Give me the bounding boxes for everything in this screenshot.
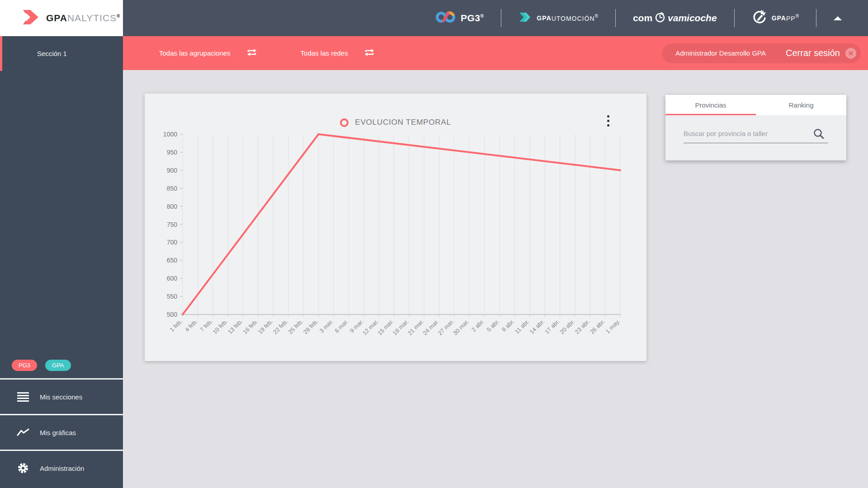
chart-kebab-menu-icon[interactable] bbox=[605, 113, 611, 128]
header-divider bbox=[501, 9, 501, 27]
panel-search-area bbox=[665, 115, 846, 160]
gpautomocion-logo-text: GPAUTOMOCIÓN® bbox=[537, 14, 598, 22]
gear-icon bbox=[16, 462, 30, 474]
svg-text:3 mar.: 3 mar. bbox=[318, 318, 335, 334]
svg-text:21 mar.: 21 mar. bbox=[406, 318, 425, 337]
svg-text:30 mar.: 30 mar. bbox=[452, 318, 470, 337]
stopwatch-icon bbox=[654, 11, 666, 25]
svg-text:23 abr.: 23 abr. bbox=[574, 318, 591, 336]
sidebar-item-mis-graficas[interactable]: Mis gráficas bbox=[0, 414, 123, 450]
svg-text:600: 600 bbox=[167, 275, 178, 282]
sidebar: GPANALYTICS® Sección 1 PG3 GPA Mis secci… bbox=[0, 0, 123, 488]
sidebar-item-mis-secciones[interactable]: Mis secciones bbox=[0, 378, 123, 414]
filter-agrupaciones-button[interactable]: Todas las agrupaciones bbox=[159, 47, 258, 59]
sidebar-badges: PG3 GPA bbox=[12, 360, 71, 371]
user-session-pill: Administrador Desarrollo GPA Cerrar sesi… bbox=[662, 43, 861, 63]
sidebar-menu: Mis secciones Mis gráficas Administració… bbox=[0, 378, 123, 485]
svg-text:14 abr.: 14 abr. bbox=[528, 318, 546, 336]
swap-arrows-icon bbox=[246, 47, 258, 59]
comprovamicoche-logo: com vamicoche bbox=[633, 11, 717, 25]
svg-text:12 mar.: 12 mar. bbox=[361, 318, 380, 337]
svg-text:1000: 1000 bbox=[163, 131, 177, 138]
provinces-panel: Provincias Ranking bbox=[665, 95, 846, 160]
search-icon[interactable] bbox=[813, 128, 825, 141]
svg-text:6 mar.: 6 mar. bbox=[333, 318, 349, 334]
menu-item-label: Mis gráficas bbox=[40, 429, 76, 436]
svg-text:15 mar.: 15 mar. bbox=[376, 318, 395, 337]
menu-item-label: Mis secciones bbox=[40, 393, 82, 401]
svg-text:800: 800 bbox=[167, 203, 178, 210]
logout-button[interactable]: Cerrar sesión bbox=[786, 48, 856, 59]
gpanalytics-logo-text: GPANALYTICS® bbox=[46, 13, 120, 23]
header-divider bbox=[816, 9, 816, 27]
page: { "header": { "logos": [ {"name": "PG3",… bbox=[0, 0, 868, 488]
close-session-x-icon bbox=[845, 48, 856, 59]
svg-text:5 abr.: 5 abr. bbox=[486, 318, 501, 333]
svg-text:16 feb.: 16 feb. bbox=[241, 318, 259, 336]
svg-text:8 abr.: 8 abr. bbox=[500, 318, 516, 333]
panel-tabbar: Provincias Ranking bbox=[665, 95, 846, 115]
legend-open-circle-icon bbox=[340, 118, 349, 127]
filter-bar: Todas las agrupaciones Todas las redes A… bbox=[123, 36, 868, 70]
svg-text:11 abr.: 11 abr. bbox=[514, 318, 531, 335]
svg-text:22 feb.: 22 feb. bbox=[272, 318, 289, 336]
svg-text:750: 750 bbox=[167, 221, 178, 228]
user-label: Administrador Desarrollo GPA bbox=[675, 49, 766, 57]
search-input[interactable] bbox=[684, 124, 828, 143]
wrench-circle-icon bbox=[752, 9, 767, 27]
svg-text:24 mar.: 24 mar. bbox=[421, 318, 440, 337]
svg-text:28 feb.: 28 feb. bbox=[302, 318, 320, 336]
svg-text:19 feb.: 19 feb. bbox=[257, 318, 274, 336]
legend-label: EVOLUCION TEMPORAL bbox=[355, 118, 451, 127]
filter-redes-button[interactable]: Todas las redes bbox=[301, 47, 375, 59]
svg-text:2 abr.: 2 abr. bbox=[470, 318, 486, 333]
collapse-caret-up-icon[interactable] bbox=[834, 16, 842, 20]
svg-text:17 abr.: 17 abr. bbox=[543, 318, 561, 336]
svg-text:550: 550 bbox=[167, 293, 178, 300]
pg3-badge[interactable]: PG3 bbox=[12, 360, 37, 371]
menu-lines-icon bbox=[16, 392, 30, 402]
header-divider bbox=[615, 9, 616, 27]
tab-ranking[interactable]: Ranking bbox=[756, 95, 846, 115]
section-label: Sección 1 bbox=[37, 50, 67, 57]
pg3-logo: PG3® bbox=[435, 10, 484, 26]
top-header: PG3® GPAUTOMOCIÓN® com vamicoche bbox=[123, 0, 868, 36]
svg-text:1 may.: 1 may. bbox=[604, 318, 622, 335]
pg3-infinity-icon bbox=[435, 10, 456, 26]
svg-text:500: 500 bbox=[167, 311, 178, 318]
svg-text:27 mar.: 27 mar. bbox=[437, 318, 455, 337]
svg-text:850: 850 bbox=[167, 185, 178, 192]
gpautomocion-logo: GPAUTOMOCIÓN® bbox=[519, 11, 598, 25]
svg-text:18 mar.: 18 mar. bbox=[392, 318, 410, 337]
gpapp-logo-text: GPAPP® bbox=[772, 14, 799, 22]
evolution-chart-card: 1 feb.4 feb.7 feb.10 feb.13 feb.16 feb.1… bbox=[145, 94, 646, 361]
logout-label: Cerrar sesión bbox=[786, 48, 840, 58]
gpanalytics-logo: GPANALYTICS® bbox=[0, 0, 123, 36]
gpapp-logo: GPAPP® bbox=[752, 9, 799, 27]
evolution-chart-svg: 1 feb.4 feb.7 feb.10 feb.13 feb.16 feb.1… bbox=[145, 94, 646, 361]
svg-text:13 feb.: 13 feb. bbox=[226, 318, 244, 336]
comprovamicoche-text-pre: com bbox=[633, 13, 652, 23]
comprovamicoche-text-post: vamicoche bbox=[668, 13, 717, 23]
svg-text:10 feb.: 10 feb. bbox=[211, 318, 229, 336]
gpautomocion-arrow-icon bbox=[519, 11, 532, 25]
header-divider bbox=[734, 9, 735, 27]
gpa-badge[interactable]: GPA bbox=[45, 360, 71, 371]
svg-text:20 abr.: 20 abr. bbox=[558, 318, 576, 336]
svg-text:1 feb.: 1 feb. bbox=[169, 318, 184, 333]
svg-text:950: 950 bbox=[167, 149, 178, 156]
line-chart-icon bbox=[16, 428, 30, 436]
svg-text:650: 650 bbox=[167, 257, 178, 264]
tab-provincias[interactable]: Provincias bbox=[665, 95, 756, 115]
svg-text:4 feb.: 4 feb. bbox=[184, 318, 199, 333]
svg-text:700: 700 bbox=[167, 239, 178, 246]
filter-label: Todas las redes bbox=[301, 49, 348, 57]
sidebar-item-administracion[interactable]: Administración bbox=[0, 450, 123, 485]
sidebar-item-seccion-1[interactable]: Sección 1 bbox=[0, 36, 123, 71]
chart-legend: EVOLUCION TEMPORAL bbox=[145, 118, 646, 127]
svg-text:26 abr.: 26 abr. bbox=[589, 318, 606, 336]
swap-arrows-icon bbox=[363, 47, 375, 59]
menu-item-label: Administración bbox=[40, 465, 84, 472]
svg-text:900: 900 bbox=[167, 167, 178, 174]
svg-text:25 feb.: 25 feb. bbox=[287, 318, 304, 336]
